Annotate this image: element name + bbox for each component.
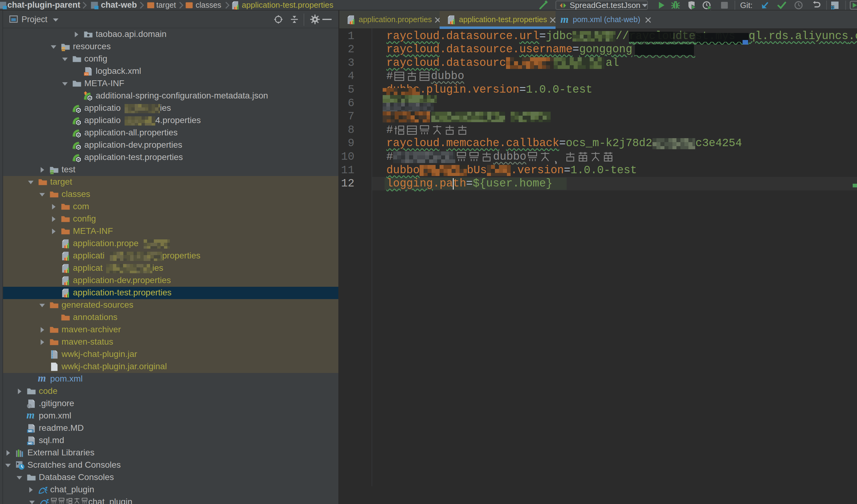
svg-text:MD: MD: [28, 442, 33, 445]
svg-text:MD: MD: [28, 430, 33, 433]
svg-text:<>: <>: [85, 73, 88, 76]
